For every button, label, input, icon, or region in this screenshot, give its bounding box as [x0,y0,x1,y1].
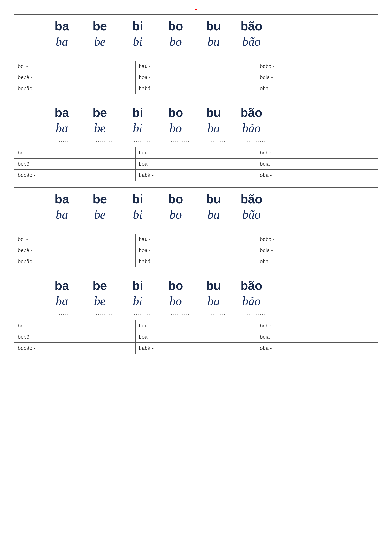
word-cell-8: oba - [256,343,378,353]
dots-cell-0: ........ [48,51,85,56]
cursive-syllable-1: be [81,35,119,48]
exercise-block-1: babebibobubãobabebibobubão..............… [14,14,378,94]
cursive-syllable-0: ba [43,35,81,48]
cursive-syllable-0: ba [43,121,81,135]
cursive-row: babebibobubão [43,294,368,308]
cursive-syllable-3: bo [157,208,195,222]
word-cell-5: boia - [256,72,378,83]
cursive-syllable-1: be [81,208,119,222]
print-syllable-1: be [81,192,119,206]
dots-cell-2: ......... [124,224,161,229]
word-cell-1: baú - [136,147,257,159]
cursive-syllable-0: ba [43,294,81,308]
dots-cell-1: ......... [85,138,124,143]
print-syllable-3: bo [157,19,195,33]
cursive-syllable-5: bão [232,121,270,135]
dots-cell-4: ........ [199,311,237,316]
exercise-block-4: babebibobubãobabebibobubão..............… [14,274,378,354]
word-cell-3: bebê - [14,245,136,256]
cursive-syllable-3: bo [157,294,195,308]
print-row: babebibobubão [43,192,368,206]
word-cell-2: bobo - [256,234,378,245]
dots-cell-1: ......... [85,51,124,56]
word-cell-6: bobão - [14,83,136,94]
cursive-syllable-3: bo [157,121,195,135]
word-cell-4: boa - [136,332,257,343]
word-cell-4: boa - [136,245,257,256]
cursive-syllable-2: bi [119,35,157,48]
word-cell-2: bobo - [256,61,378,72]
dots-cell-1: ......... [85,311,124,316]
cursive-syllable-4: bu [195,35,232,48]
words-grid: boi -baú -bobo -bebê -boa -boia -bobão -… [14,234,378,267]
word-cell-3: bebê - [14,332,136,343]
dots-cell-0: ........ [48,311,85,316]
print-syllable-3: bo [157,105,195,120]
dots-cell-2: ......... [124,311,161,316]
dots-cell-3: .......... [161,311,199,316]
word-cell-7: babá - [136,343,257,353]
print-syllable-0: ba [43,19,81,33]
word-cell-0: boi - [14,234,136,245]
word-cell-8: oba - [256,256,378,267]
print-syllable-1: be [81,278,119,293]
dots-cell-1: ......... [85,224,124,229]
dots-cell-2: ......... [124,138,161,143]
word-cell-1: baú - [136,320,257,332]
word-cell-5: boia - [256,245,378,256]
dots-row: ........................................… [43,311,368,316]
print-row: babebibobubão [43,278,368,293]
word-cell-0: boi - [14,320,136,332]
dots-row: ........................................… [43,51,368,56]
cursive-row: babebibobubão [43,121,368,135]
cursive-syllable-0: ba [43,208,81,222]
dots-cell-3: .......... [161,51,199,56]
syllables-section: babebibobubãobabebibobubão..............… [14,188,378,234]
print-syllable-0: ba [43,278,81,293]
exercise-block-2: babebibobubãobabebibobubão..............… [14,101,378,181]
words-grid: boi -baú -bobo -bebê -boa -boia -bobão -… [14,61,378,94]
print-syllable-2: bi [119,19,157,33]
print-syllable-2: bi [119,105,157,120]
dots-cell-3: .......... [161,224,199,229]
print-syllable-1: be [81,105,119,120]
word-cell-0: boi - [14,61,136,72]
print-syllable-5: bão [232,192,270,206]
word-cell-4: boa - [136,159,257,170]
syllables-section: babebibobubãobabebibobubão..............… [14,101,378,147]
word-cell-1: baú - [136,61,257,72]
word-cell-1: baú - [136,234,257,245]
word-cell-5: boia - [256,332,378,343]
print-syllable-4: bu [195,105,232,120]
syllables-section: babebibobubãobabebibobubão..............… [14,274,378,320]
cursive-syllable-2: bi [119,294,157,308]
word-cell-4: boa - [136,72,257,83]
dots-cell-4: ........ [199,51,237,56]
cursive-row: babebibobubão [43,208,368,222]
cursive-syllable-4: bu [195,294,232,308]
word-cell-7: babá - [136,170,257,180]
word-cell-0: boi - [14,147,136,159]
dots-cell-5: .......... [237,51,275,56]
dots-row: ........................................… [43,138,368,143]
word-cell-8: oba - [256,83,378,94]
cursive-syllable-5: bão [232,208,270,222]
word-cell-2: bobo - [256,147,378,159]
word-cell-8: oba - [256,170,378,180]
cursive-syllable-1: be [81,121,119,135]
word-cell-7: babá - [136,83,257,94]
dots-cell-5: .......... [237,138,275,143]
dots-cell-4: ........ [199,224,237,229]
dots-cell-4: ........ [199,138,237,143]
print-syllable-4: bu [195,192,232,206]
word-cell-6: bobão - [14,170,136,180]
dots-cell-5: .......... [237,311,275,316]
dots-cell-0: ........ [48,138,85,143]
cursive-syllable-2: bi [119,208,157,222]
cursive-syllable-3: bo [157,35,195,48]
cursive-syllable-5: bão [232,294,270,308]
cursive-syllable-4: bu [195,208,232,222]
words-grid: boi -baú -bobo -bebê -boa -boia -bobão -… [14,320,378,353]
print-syllable-5: bão [232,105,270,120]
cursive-syllable-4: bu [195,121,232,135]
